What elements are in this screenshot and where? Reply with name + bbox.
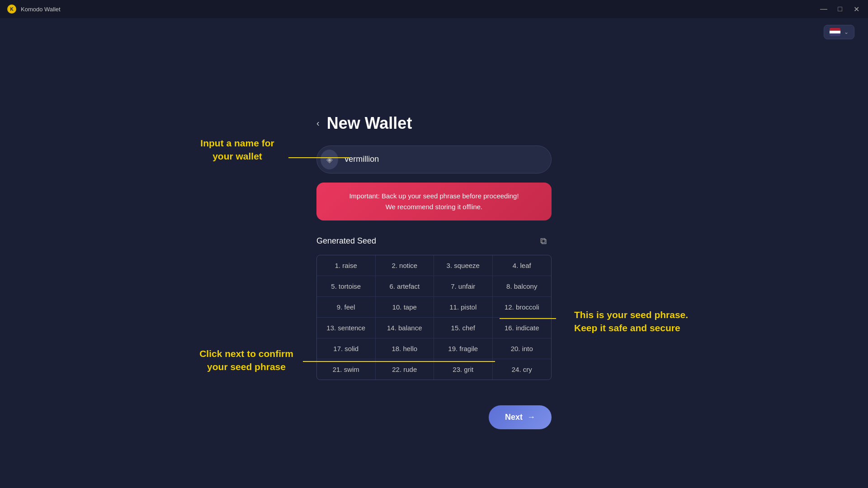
annotation-name: Input a name foryour wallet [185,136,289,163]
seed-word-2: 2. notice [376,255,434,276]
seed-word-14: 14. balance [376,318,434,338]
title-bar-left: K Komodo Wallet [7,5,61,14]
annotation-name-line [288,157,349,158]
window-controls: — □ ✕ [819,5,861,14]
wallet-name-container: ◈ [316,145,552,174]
seed-word-19: 19. fragile [434,338,493,359]
main-content: Input a name foryour wallet This is your… [0,18,868,488]
seed-word-16: 16. indicate [493,318,552,338]
seed-word-18: 18. hello [376,338,434,359]
annotation-next: Click next to confirmyour seed phrase [190,347,303,374]
annotation-next-line [303,361,495,362]
annotation-seed-line [500,318,556,319]
seed-word-7: 7. unfair [434,276,493,297]
seed-word-6: 6. artefact [376,276,434,297]
seed-word-12: 12. broccoli [493,297,552,318]
seed-word-10: 10. tape [376,297,434,318]
seed-header: Generated Seed ⧉ [316,233,552,249]
seed-word-20: 20. into [493,338,552,359]
seed-word-21: 21. swim [317,359,376,380]
seed-word-9: 9. feel [317,297,376,318]
seed-word-17: 17. solid [317,338,376,359]
next-button[interactable]: Next → [489,405,552,429]
seed-word-22: 22. rude [376,359,434,380]
seed-word-4: 4. leaf [493,255,552,276]
copy-seed-button[interactable]: ⧉ [535,233,552,249]
seed-word-5: 5. tortoise [317,276,376,297]
warning-line1: Important: Back up your seed phrase befo… [327,191,541,202]
seed-word-8: 8. balcony [493,276,552,297]
seed-word-24: 24. cry [493,359,552,380]
wallet-icon: ◈ [321,150,338,169]
seed-word-23: 23. grit [434,359,493,380]
seed-word-15: 15. chef [434,318,493,338]
seed-label: Generated Seed [316,236,376,246]
wallet-name-input[interactable] [344,155,542,164]
annotation-seed: This is your seed phrase.Keep it safe an… [574,308,705,335]
seed-word-3: 3. squeeze [434,255,493,276]
warning-line2: We recommend storing it offline. [327,202,541,212]
minimize-button[interactable]: — [819,5,828,14]
seed-word-11: 11. pistol [434,297,493,318]
app-title: Komodo Wallet [21,6,61,13]
page-header: ‹ New Wallet [316,114,552,133]
close-button[interactable]: ✕ [852,5,861,14]
maximize-button[interactable]: □ [835,5,844,14]
warning-box: Important: Back up your seed phrase befo… [316,183,552,221]
page-title: New Wallet [327,114,412,133]
next-arrow-icon: → [527,413,535,422]
title-bar: K Komodo Wallet — □ ✕ [0,0,868,18]
seed-word-13: 13. sentence [317,318,376,338]
next-label: Next [505,413,523,422]
back-button[interactable]: ‹ [316,118,320,128]
app-icon: K [7,5,16,14]
seed-word-1: 1. raise [317,255,376,276]
